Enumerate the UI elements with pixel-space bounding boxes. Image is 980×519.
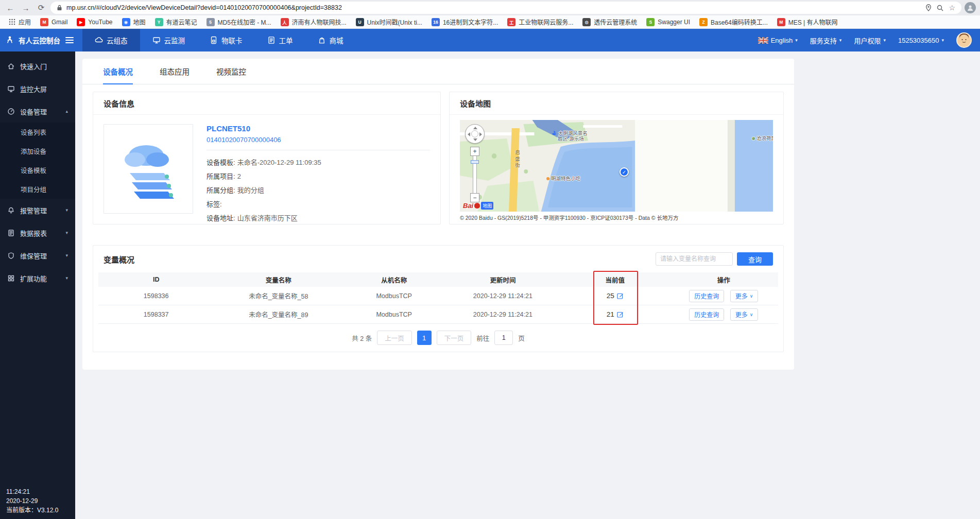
pan-right-icon[interactable] [479,132,482,136]
current-page-button[interactable]: 1 [417,331,432,345]
prev-page-button[interactable]: 上一页 [377,331,412,345]
field-label: 设备模板: [207,159,235,166]
bookmark[interactable]: SSwagger UI [643,17,694,27]
sidebar-item-monitor-screen[interactable]: 监控大屏 [0,77,75,100]
more-label: 更多 [735,310,748,319]
pan-down-icon[interactable] [473,139,477,141]
cell-current-value: 21 [607,310,614,318]
user-permission-menu[interactable]: 用户权限 ▾ [854,36,886,45]
sidebar-item-extensions[interactable]: 扩展功能 ▾ [0,267,75,289]
topnav-tab-mall[interactable]: 商城 [305,29,356,51]
monitor-icon [152,36,161,44]
user-avatar[interactable] [956,32,972,48]
address-bar[interactable]: mp.usr.cn/#/cloudV2/device/ViewDeviceDet… [50,2,961,14]
bookmark-label: 透传云管理系统 [594,18,637,26]
zoom-in-button[interactable]: + [470,147,479,156]
map-label-food: 明湖特色小吃 [546,176,580,181]
bookmark[interactable]: ▶YouTube [73,17,116,27]
chevron-down-icon: ▾ [65,230,68,235]
chevron-down-icon: ▾ [883,38,886,43]
sidebar-item-label: 快速入门 [20,61,47,71]
sidebar-item-project-group[interactable]: 项目分组 [0,180,75,199]
topnav-tab-iot-card[interactable]: 物联卡 [197,29,255,51]
clock-date: 2020-12-29 [6,496,58,506]
search-button[interactable]: 查询 [737,252,773,266]
zoom-out-button[interactable]: − [470,193,479,202]
zoom-search-icon[interactable] [937,5,943,11]
brand[interactable]: 有人云控制台 [0,29,82,51]
bookmark[interactable]: MMES | 有人物联网 [773,16,841,27]
more-button[interactable]: 更多∨ [730,290,759,302]
sidebar-item-data-report[interactable]: 数据报表 ▾ [0,221,75,244]
tab-scada-app[interactable]: 组态应用 [160,59,190,84]
sidebar-item-quick-start[interactable]: 快速入门 [0,55,75,77]
menu-toggle-icon[interactable] [65,37,74,43]
bookmark-star-icon[interactable]: ☆ [949,4,955,12]
variable-search-input[interactable] [656,252,733,266]
sidebar-item-alarm-management[interactable]: 报警管理 ▾ [0,199,75,221]
chevron-down-icon: ▾ [941,38,944,43]
bookmark[interactable]: UUnix时间戳(Unix ti... [352,16,426,27]
location-pin-icon[interactable] [925,4,932,11]
sidebar-item-maintenance[interactable]: 维保管理 ▾ [0,244,75,267]
map-copyright: © 2020 Baidu - GS(2019)5218号 - 甲测资字11009… [460,212,773,224]
pan-up-icon[interactable] [473,127,477,129]
device-id-link[interactable]: 01401020070700000406 [207,136,430,150]
bookmark-favicon: Z [699,18,708,26]
tab-video-monitor[interactable]: 视频监控 [216,59,246,84]
forward-icon[interactable]: → [20,2,32,14]
more-button[interactable]: 更多∨ [730,308,759,321]
language-selector[interactable]: English ▾ [758,37,798,44]
topnav-tab-label: 云组态 [107,35,128,45]
home-icon [7,62,15,70]
history-query-button[interactable]: 历史查询 [689,308,724,321]
map-label-text: 明湖特色小吃 [551,176,580,181]
sidebar-item-device-template[interactable]: 设备模板 [0,161,75,180]
next-page-button[interactable]: 下一页 [437,331,472,345]
browser-profile-avatar[interactable] [965,2,976,13]
bookmark[interactable]: ◉地图 [118,16,149,27]
topnav-tab-cloud-monitor[interactable]: 云监测 [140,29,198,51]
zoom-slider-handle[interactable] [471,160,479,164]
goto-page-input[interactable] [494,331,513,345]
tab-device-overview[interactable]: 设备概况 [103,59,133,84]
map-pan-control[interactable] [465,124,485,144]
main-content: 设备概况 组态应用 视频监控 设备信息 [75,51,980,519]
edit-value-icon[interactable] [617,292,624,299]
device-location-marker[interactable]: ✓ [620,167,629,177]
pan-center-icon[interactable] [471,130,478,137]
baidu-map[interactable]: 大明湖风景名 胜区·游乐场 明湖特色小吃 启盛街 ⊕沧浪荷韵 [460,120,773,212]
sidebar: 快速入门 监控大屏 设备管理 ▴ 设备列表 添加设备 设备模板 项目分组 报警管… [0,51,75,519]
site-security-icon[interactable] [57,5,62,11]
apps-grid-icon [9,19,15,25]
url-text[interactable]: mp.usr.cn/#/cloudV2/device/ViewDeviceDet… [66,4,921,11]
sidebar-item-add-device[interactable]: 添加设备 [0,142,75,161]
refresh-icon[interactable]: ⟳ [35,2,47,14]
device-field: 设备模板:未命名-2020-12-29 11:09:35 [207,155,430,169]
bookmark[interactable]: 工工业物联网云服务... [504,16,577,27]
sidebar-item-device-management[interactable]: 设备管理 ▴ [0,100,75,123]
topnav-tab-cloud-scada[interactable]: 云组态 [82,29,140,51]
bookmark[interactable]: ZBase64编码转换工... [696,16,771,27]
pan-left-icon[interactable] [468,132,470,136]
account-menu[interactable]: 15253035650 ▾ [898,37,944,44]
topnav-tab-work-order[interactable]: 工单 [255,29,305,51]
bookmark[interactable]: MGmail [37,17,71,27]
history-query-button[interactable]: 历史查询 [689,290,724,302]
device-name-link[interactable]: PLCNET510 [207,124,430,133]
bookmark[interactable]: Y有道云笔记 [151,16,201,27]
bookmark[interactable]: 1616进制到文本字符... [428,16,502,27]
variables-search: 查询 [656,252,773,266]
cell-slave: ModbusTCP [343,311,445,318]
goto-label: 前往 [476,333,489,343]
bookmark[interactable]: 5MD5在线加密 - M... [203,16,275,27]
bookmark-apps[interactable]: 应用 [5,16,35,27]
bookmark[interactable]: ◍透传云管理系统 [579,16,641,27]
bookmark[interactable]: 人济南有人物联网技... [277,16,350,27]
back-icon[interactable]: ← [4,2,16,14]
zoom-slider[interactable] [473,156,477,193]
poi-dot-icon [546,177,549,180]
sidebar-item-device-list[interactable]: 设备列表 [0,123,75,142]
edit-value-icon[interactable] [617,311,624,318]
service-support-menu[interactable]: 服务支持 ▾ [810,36,842,45]
